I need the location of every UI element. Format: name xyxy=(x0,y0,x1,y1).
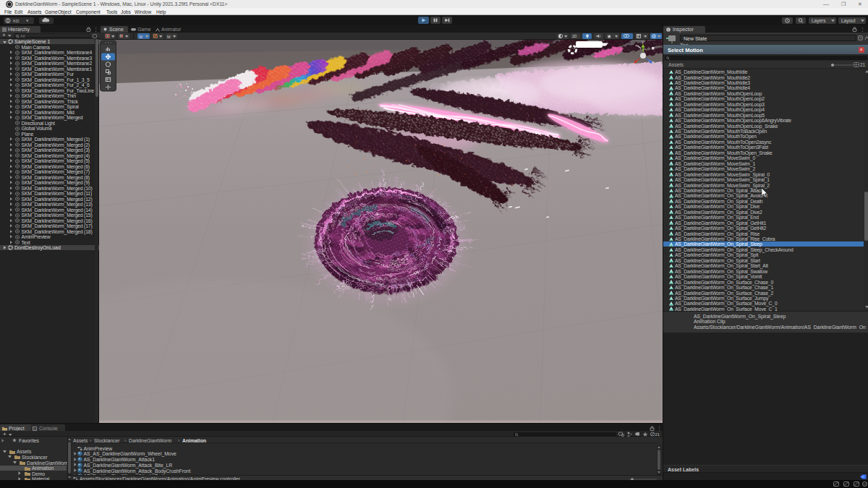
svg-text:M: M xyxy=(167,35,171,39)
svg-text:?: ? xyxy=(859,36,861,40)
svg-text:21: 21 xyxy=(655,432,660,437)
svg-text:2D: 2D xyxy=(572,34,577,38)
svg-text:KD: KD xyxy=(13,19,20,23)
svg-text:W: W xyxy=(139,35,143,39)
svg-text:i: i xyxy=(668,27,668,32)
